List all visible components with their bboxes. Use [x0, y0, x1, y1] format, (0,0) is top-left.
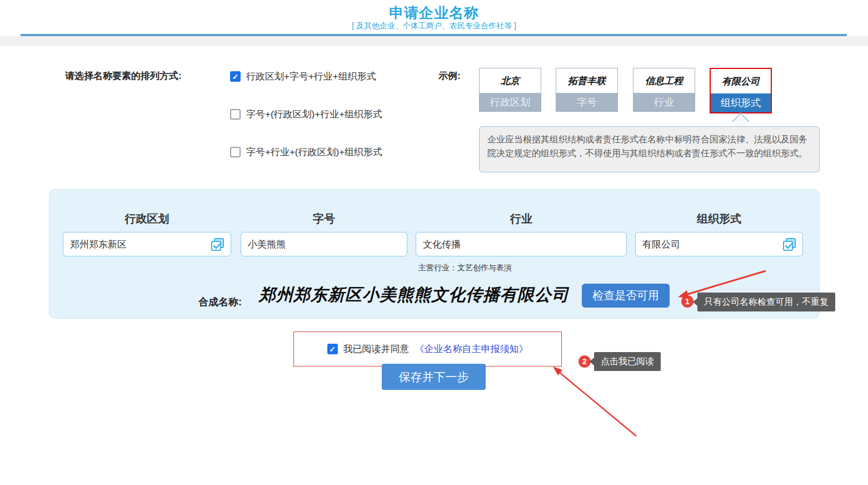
example-value: 信息工程: [633, 68, 695, 93]
example-label: 示例:: [438, 70, 461, 82]
example-value: 拓普丰联: [556, 68, 617, 93]
example-category: 行业: [633, 93, 695, 111]
column-header-industry: 行业: [416, 211, 627, 226]
page-background-band: [0, 36, 868, 46]
checkbox-option-3[interactable]: [230, 147, 241, 157]
agreement-checkbox[interactable]: [327, 344, 338, 354]
tradename-input[interactable]: [248, 239, 401, 250]
annotation-tooltip-2: 点击我已阅读: [594, 352, 661, 371]
example-value: 北京: [480, 68, 541, 93]
region-input[interactable]: [70, 239, 210, 250]
composed-name-label: 合成名称:: [198, 295, 242, 309]
orgform-input[interactable]: [642, 239, 782, 250]
composed-name-value: 郑州郑东新区小美熊熊文化传播有限公司: [253, 284, 575, 306]
checkbox-option-1[interactable]: [230, 71, 241, 82]
orgform-picker-icon[interactable]: [782, 237, 797, 252]
example-category: 组织形式: [711, 93, 771, 112]
option-label: 字号+(行政区划)+行业+组织形式: [246, 108, 382, 121]
declaration-notice-link[interactable]: 《企业名称自主申报须知》: [415, 343, 528, 355]
option-label: 行政区划+字号+行业+组织形式: [246, 70, 376, 83]
example-category: 行政区划: [480, 93, 541, 111]
region-field-wrap: [63, 232, 231, 256]
column-header-tradename: 字号: [241, 211, 407, 226]
tradename-field-wrap: [241, 232, 407, 256]
orgform-field-wrap: [635, 232, 803, 256]
agreement-text: 我已阅读并同意: [343, 343, 410, 355]
example-box-industry[interactable]: 信息工程 行业: [633, 68, 695, 112]
application-page: 申请企业名称 [ 及其他企业、个体工商户、农民专业合作社等 ] 请选择名称要素的…: [0, 0, 868, 485]
example-box-tradename[interactable]: 拓普丰联 字号: [556, 68, 618, 112]
checkbox-option-2[interactable]: [230, 109, 241, 120]
example-value: 有限公司: [711, 69, 771, 93]
arrangement-option-2[interactable]: 字号+(行政区划)+行业+组织形式: [230, 108, 382, 121]
example-box-region[interactable]: 北京 行政区划: [479, 68, 541, 112]
industry-input[interactable]: [423, 239, 621, 250]
save-next-button[interactable]: 保存并下一步: [382, 364, 486, 390]
column-header-orgform: 组织形式: [635, 211, 803, 226]
arrangement-option-1[interactable]: 行政区划+字号+行业+组织形式: [230, 70, 376, 83]
main-industry-hint: 主营行业：文艺创作与表演: [418, 263, 512, 273]
arrangement-label: 请选择名称要素的排列方式:: [65, 70, 182, 82]
arrangement-option-3[interactable]: 字号+行业+(行政区划)+组织形式: [230, 146, 382, 159]
check-availability-button[interactable]: 检查是否可用: [582, 284, 670, 308]
option-label: 字号+行业+(行政区划)+组织形式: [246, 146, 382, 159]
arrow-2-head: [553, 367, 562, 375]
orgform-note: 企业应当根据其组织结构或者责任形式在名称中标明符合国家法律、法规以及国务院决定规…: [479, 126, 820, 172]
annotation-tooltip-1: 只有公司名称检查可用，不重复: [697, 293, 835, 311]
example-category: 字号: [556, 93, 617, 111]
industry-field-wrap: [416, 232, 627, 256]
region-picker-icon[interactable]: [210, 237, 225, 252]
page-subtitle: [ 及其他企业、个体工商户、农民专业合作社等 ]: [0, 21, 868, 31]
annotation-step-badge-2: 2: [578, 355, 591, 368]
arrow-2-shaft: [559, 372, 636, 436]
example-box-orgform[interactable]: 有限公司 组织形式: [710, 68, 772, 113]
page-title: 申请企业名称: [0, 3, 868, 23]
column-header-region: 行政区划: [63, 211, 231, 226]
annotation-step-badge-1: 1: [681, 295, 694, 308]
agreement-highlight-box: 我已阅读并同意 《企业名称自主申报须知》: [293, 331, 562, 367]
